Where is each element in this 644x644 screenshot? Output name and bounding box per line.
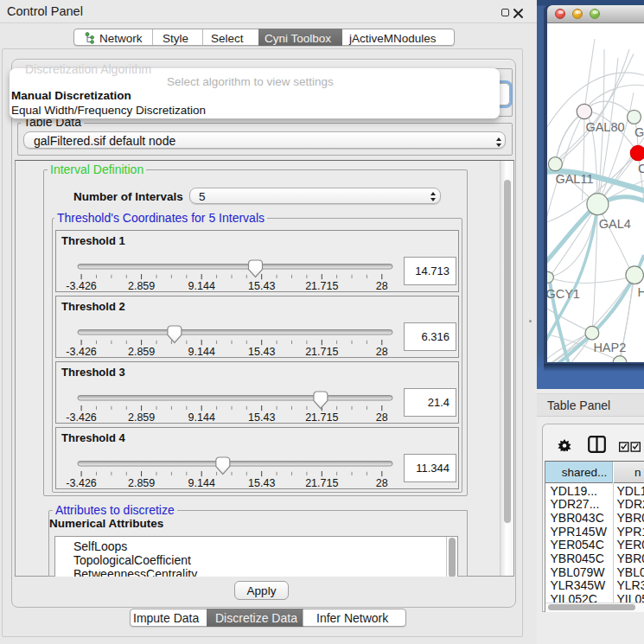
svg-text:28: 28 xyxy=(376,477,388,489)
svg-text:HAP2: HAP2 xyxy=(593,341,626,354)
svg-text:15.43: 15.43 xyxy=(248,411,275,424)
svg-text:-3.426: -3.426 xyxy=(66,280,96,292)
svg-text:2.859: 2.859 xyxy=(128,280,155,292)
svg-text:GAL80: GAL80 xyxy=(585,120,624,134)
svg-text:GAL4: GAL4 xyxy=(599,217,631,231)
svg-text:C...: C... xyxy=(638,162,644,175)
svg-text:15.43: 15.43 xyxy=(248,477,275,489)
svg-text:G...: G... xyxy=(634,125,644,139)
svg-text:2.859: 2.859 xyxy=(128,411,155,424)
svg-text:9.144: 9.144 xyxy=(188,411,215,424)
svg-text:GCY1: GCY1 xyxy=(547,287,580,301)
svg-text:9.144: 9.144 xyxy=(188,280,215,292)
svg-text:21.715: 21.715 xyxy=(305,411,338,424)
svg-text:21.715: 21.715 xyxy=(305,477,338,489)
svg-text:28: 28 xyxy=(376,411,388,424)
svg-text:15.43: 15.43 xyxy=(248,346,275,358)
svg-text:-3.426: -3.426 xyxy=(66,346,96,358)
svg-text:H...: H... xyxy=(637,285,644,299)
svg-text:21.715: 21.715 xyxy=(305,346,338,358)
svg-text:GAL11: GAL11 xyxy=(555,172,593,186)
svg-text:28: 28 xyxy=(376,280,388,292)
svg-text:28: 28 xyxy=(376,346,388,358)
svg-text:2.859: 2.859 xyxy=(128,346,155,358)
svg-text:-3.426: -3.426 xyxy=(66,477,96,489)
svg-text:21.715: 21.715 xyxy=(305,280,338,292)
svg-text:9.144: 9.144 xyxy=(188,346,215,358)
svg-text:2.859: 2.859 xyxy=(128,477,155,489)
svg-text:-3.426: -3.426 xyxy=(66,411,96,424)
svg-text:9.144: 9.144 xyxy=(188,477,215,489)
svg-text:15.43: 15.43 xyxy=(248,280,275,292)
